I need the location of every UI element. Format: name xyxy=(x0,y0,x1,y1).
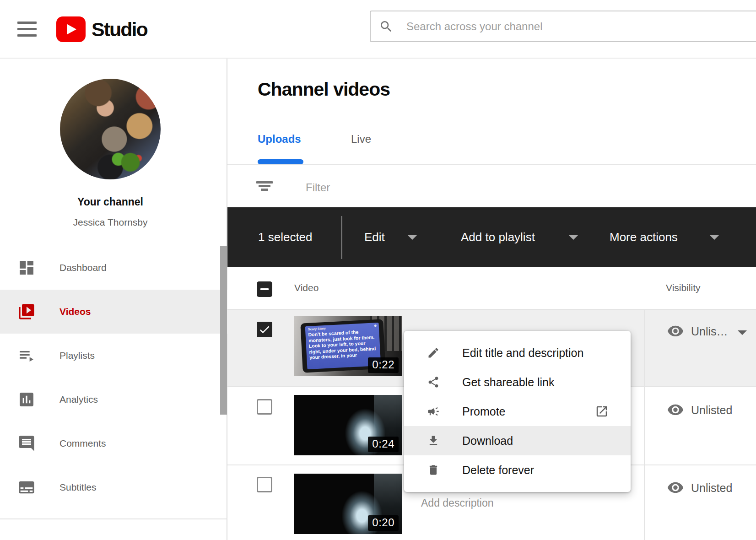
sidebar-item-label: Comments xyxy=(59,421,106,465)
row-checkbox[interactable] xyxy=(257,399,272,415)
edit-caret-icon[interactable] xyxy=(407,235,417,240)
tab-live[interactable]: Live xyxy=(351,133,371,146)
studio-logo[interactable]: Studio xyxy=(56,16,147,42)
sidebar-item-comments[interactable]: Comments xyxy=(0,421,227,465)
visibility-value[interactable]: Unlisted xyxy=(691,481,732,495)
edit-dropdown[interactable]: Edit xyxy=(364,207,385,267)
download-icon xyxy=(427,434,440,447)
trash-icon xyxy=(427,464,440,476)
youtube-studio-window: Studio Your channel Jessica Thornsby Das… xyxy=(0,0,756,540)
sidebar-item-playlists[interactable]: Playlists xyxy=(0,334,227,378)
table-header-divider xyxy=(227,309,756,310)
playlists-icon xyxy=(17,346,36,365)
duration-badge: 0:22 xyxy=(368,357,399,373)
sidebar-item-videos[interactable]: Videos xyxy=(0,290,227,334)
visibility-column-header: Visibility xyxy=(666,282,700,293)
search-input[interactable] xyxy=(406,11,727,41)
page-title: Channel videos xyxy=(258,79,390,100)
menu-item-label: Get shareable link xyxy=(462,376,555,389)
menu-item-download[interactable]: Download xyxy=(404,426,631,455)
menu-item-get-shareable-link[interactable]: Get shareable link xyxy=(404,367,631,397)
channel-avatar[interactable] xyxy=(60,79,161,179)
visibility-eye-icon xyxy=(667,482,684,495)
more-actions-caret-icon[interactable] xyxy=(709,235,719,240)
duration-badge: 0:20 xyxy=(368,515,399,531)
subtitles-icon xyxy=(17,478,36,497)
select-all-checkbox[interactable] xyxy=(257,281,272,297)
share-icon xyxy=(427,376,440,389)
menu-item-label: Edit title and description xyxy=(462,346,583,360)
comments-icon xyxy=(17,434,36,453)
pencil-icon xyxy=(427,346,440,359)
column-divider xyxy=(644,310,645,540)
filter-icon[interactable] xyxy=(256,181,273,191)
active-tab-indicator xyxy=(258,159,303,164)
row-checkbox[interactable] xyxy=(257,477,272,492)
selected-count: 1 selected xyxy=(258,207,313,267)
studio-wordmark: Studio xyxy=(92,18,147,41)
search-icon xyxy=(379,19,394,34)
action-bar-divider xyxy=(341,216,342,259)
dashboard-icon xyxy=(17,259,36,277)
video-thumbnail[interactable]: 0:20 xyxy=(294,474,402,534)
menu-item-edit-title[interactable]: Edit title and description xyxy=(404,338,631,367)
megaphone-icon xyxy=(427,405,440,418)
video-context-menu: Edit title and description Get shareable… xyxy=(404,331,631,492)
visibility-eye-icon xyxy=(667,325,684,338)
row-checkbox-checked[interactable] xyxy=(257,322,272,337)
sidebar-item-subtitles[interactable]: Subtitles xyxy=(0,465,227,509)
add-description-field[interactable]: Add description xyxy=(421,497,494,509)
channel-name: Jessica Thornsby xyxy=(0,217,221,228)
menu-item-label: Delete forever xyxy=(462,464,534,477)
visibility-select[interactable]: Unlis… xyxy=(691,325,728,338)
sidebar-scrollbar[interactable] xyxy=(220,246,227,415)
sidebar-item-label: Subtitles xyxy=(59,465,97,509)
external-link-icon xyxy=(595,405,609,418)
your-channel-label: Your channel xyxy=(0,196,221,208)
sidebar-item-analytics[interactable]: Analytics xyxy=(0,378,227,421)
selection-action-bar: 1 selected Edit Add to playlist More act… xyxy=(227,207,756,267)
visibility-caret-icon[interactable] xyxy=(738,330,747,335)
add-to-playlist-dropdown[interactable]: Add to playlist xyxy=(461,207,535,267)
tab-uploads[interactable]: Uploads xyxy=(258,133,301,146)
hamburger-menu-icon[interactable] xyxy=(17,22,37,38)
video-thumbnail[interactable]: Scary Story Don't be scared of the monst… xyxy=(294,316,402,376)
video-column-header: Video xyxy=(294,282,319,293)
check-icon xyxy=(258,323,271,336)
analytics-icon xyxy=(17,390,36,409)
thumbnail-screen-text: Don't be scared of the monsters, just lo… xyxy=(308,328,378,360)
sidebar-item-label: Videos xyxy=(59,290,91,334)
menu-item-promote[interactable]: Promote xyxy=(404,397,631,426)
sidebar-item-label: Analytics xyxy=(59,378,98,421)
more-actions-dropdown[interactable]: More actions xyxy=(610,207,678,267)
videos-icon xyxy=(17,302,36,321)
visibility-eye-icon xyxy=(667,404,684,417)
duration-badge: 0:24 xyxy=(368,437,399,452)
sidebar-item-label: Playlists xyxy=(59,334,95,378)
menu-item-label: Promote xyxy=(462,405,505,418)
add-to-playlist-caret-icon[interactable] xyxy=(568,235,578,240)
youtube-logo-icon xyxy=(56,16,86,42)
video-thumbnail[interactable]: 0:24 xyxy=(294,395,402,455)
sidebar-item-label: Dashboard xyxy=(59,246,107,290)
menu-item-delete-forever[interactable]: Delete forever xyxy=(404,455,631,485)
visibility-value[interactable]: Unlisted xyxy=(691,404,732,417)
filter-input[interactable]: Filter xyxy=(306,181,330,194)
sidebar-item-dashboard[interactable]: Dashboard xyxy=(0,246,227,290)
menu-item-label: Download xyxy=(462,434,513,448)
tabs-divider xyxy=(227,164,756,165)
sidebar-divider xyxy=(0,518,227,519)
